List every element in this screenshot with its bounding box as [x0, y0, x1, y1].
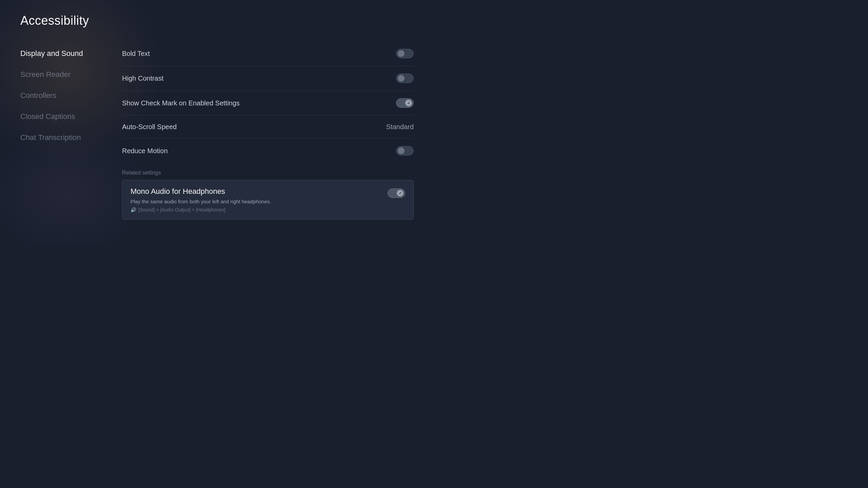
toggle-knob-bold-text [398, 50, 405, 57]
toggle-knob-reduce-motion [398, 147, 405, 154]
setting-value-auto-scroll-speed: Standard [386, 123, 414, 131]
speaker-icon: 🔊 [131, 207, 136, 212]
toggle-show-check-mark[interactable] [396, 98, 414, 108]
setting-row-show-check-mark[interactable]: Show Check Mark on Enabled Settings [122, 91, 414, 116]
related-card-title: Mono Audio for Headphones [131, 187, 381, 196]
sidebar-item-controllers[interactable]: Controllers [20, 85, 115, 106]
setting-row-auto-scroll-speed[interactable]: Auto-Scroll SpeedStandard [122, 116, 414, 139]
sidebar: Display and SoundScreen ReaderController… [20, 41, 115, 230]
setting-label-bold-text: Bold Text [122, 50, 150, 58]
page-title: Accessibility [20, 14, 414, 28]
setting-label-reduce-motion: Reduce Motion [122, 147, 168, 155]
related-card-path-text: [Sound] > [Audio Output] > [Headphones] [138, 207, 225, 212]
sidebar-item-closed-captions[interactable]: Closed Captions [20, 106, 115, 127]
related-card-path: 🔊 [Sound] > [Audio Output] > [Headphones… [131, 207, 381, 212]
sidebar-item-screen-reader[interactable]: Screen Reader [20, 64, 115, 85]
setting-label-auto-scroll-speed: Auto-Scroll Speed [122, 123, 177, 131]
content-area: Display and SoundScreen ReaderController… [20, 41, 414, 230]
sidebar-item-chat-transcription[interactable]: Chat Transcription [20, 127, 115, 148]
setting-row-high-contrast[interactable]: High Contrast [122, 66, 414, 91]
page-container: Accessibility Display and SoundScreen Re… [0, 0, 434, 244]
related-settings-section: Related settings Mono Audio for Headphon… [122, 170, 414, 220]
related-card-description: Play the same audio from both your left … [131, 199, 381, 204]
related-settings-label: Related settings [122, 170, 414, 176]
toggle-knob-show-check-mark [405, 100, 412, 106]
toggle-knob-high-contrast [398, 75, 405, 82]
settings-panel: Bold TextHigh ContrastShow Check Mark on… [115, 41, 414, 230]
related-card-info: Mono Audio for Headphones Play the same … [131, 187, 381, 212]
toggle-knob [397, 190, 403, 197]
setting-row-bold-text[interactable]: Bold Text [122, 41, 414, 66]
toggle-reduce-motion[interactable] [396, 146, 414, 156]
toggle-high-contrast[interactable] [396, 74, 414, 83]
settings-rows: Bold TextHigh ContrastShow Check Mark on… [122, 41, 414, 163]
setting-row-reduce-motion[interactable]: Reduce Motion [122, 139, 414, 163]
setting-label-show-check-mark: Show Check Mark on Enabled Settings [122, 99, 240, 107]
sidebar-item-display-and-sound[interactable]: Display and Sound [20, 43, 115, 64]
related-settings-card[interactable]: Mono Audio for Headphones Play the same … [122, 180, 414, 220]
related-card-toggle[interactable] [388, 188, 405, 198]
toggle-bold-text[interactable] [396, 49, 414, 58]
setting-label-high-contrast: High Contrast [122, 75, 163, 82]
